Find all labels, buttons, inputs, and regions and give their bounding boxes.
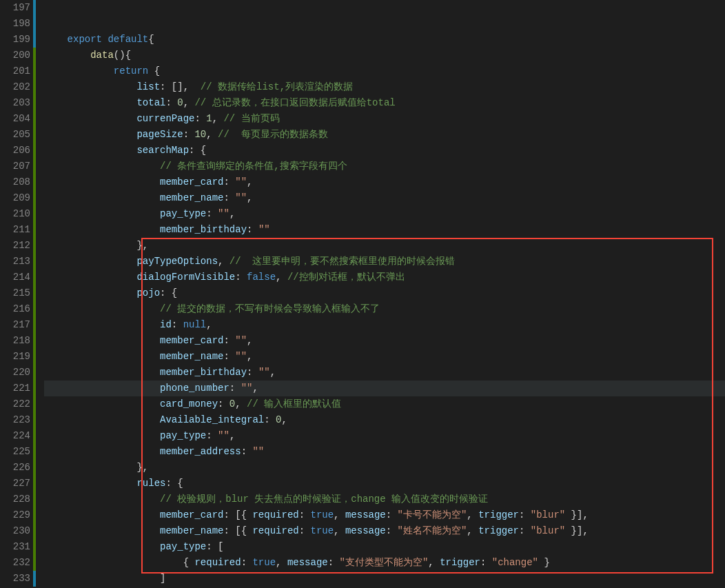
line-number-gutter: 1971981992002012022032042052062072082092… (0, 0, 33, 588)
code-editor[interactable]: 1971981992002012022032042052062072082092… (0, 0, 725, 588)
code-area[interactable]: export default{ data(){ return { list: [… (36, 0, 725, 588)
token-str: "" (252, 446, 264, 457)
code-line[interactable]: member_card: "", (44, 174, 725, 190)
token-pn (44, 256, 136, 267)
code-line[interactable]: member_address: "" (44, 444, 725, 460)
token-pn: , (229, 430, 235, 441)
token-str: "change" (492, 557, 538, 568)
code-line[interactable]: pay_type: "", (44, 206, 725, 222)
code-line[interactable]: // 提交的数据，不写有时候会导致输入框输入不了 (44, 301, 725, 317)
token-cm: // 条件查询绑定的条件值,搜索字段有四个 (160, 161, 347, 172)
code-line[interactable]: return { (44, 63, 725, 79)
token-str: "" (235, 192, 247, 203)
code-line[interactable]: member_name: "", (44, 190, 725, 206)
code-line[interactable]: member_name: [{ required: true, message:… (44, 523, 725, 539)
token-pn: : [], (160, 81, 201, 92)
token-pn: , (281, 414, 287, 425)
code-line[interactable]: rules: { (44, 476, 725, 491)
token-pn: , (183, 97, 195, 108)
code-line[interactable]: pay_type: [ (44, 539, 725, 555)
code-line[interactable]: pay_type: "", (44, 428, 725, 444)
line-number: 229 (0, 507, 30, 523)
token-pn: , (428, 557, 440, 568)
token-cm: // 数据传给list,列表渲染的数据 (201, 81, 353, 92)
code-line[interactable]: phone_number: "", (44, 381, 725, 396)
token-pn (44, 176, 160, 187)
code-line[interactable]: currenPage: 1, // 当前页码 (44, 111, 725, 127)
code-line[interactable]: searchMap: { (44, 143, 725, 159)
token-num: 0 (177, 97, 183, 108)
token-cm: // 校验规则，blur 失去焦点的时候验证，change 输入值改变的时候验证 (160, 494, 488, 505)
token-num: 10 (194, 129, 206, 140)
code-line[interactable]: id: null, (44, 317, 725, 333)
token-prop: message (287, 557, 328, 568)
token-str: "blur" (531, 525, 565, 536)
token-prop: Available_integral (160, 414, 264, 425)
line-number: 200 (0, 48, 30, 63)
line-number: 233 (0, 571, 30, 587)
token-pn: : { (160, 287, 177, 298)
token-pn (44, 113, 136, 124)
code-line[interactable]: member_name: "", (44, 349, 725, 365)
line-number: 204 (0, 111, 30, 127)
code-line[interactable]: total: 0, // 总记录数，在接口返回数据后赋值给total (44, 95, 725, 111)
code-line[interactable]: }, (44, 460, 725, 476)
line-number: 228 (0, 491, 30, 507)
token-pn (44, 145, 136, 156)
code-line[interactable]: export default{ (44, 32, 725, 48)
line-number: 198 (0, 16, 30, 32)
token-pn: , (467, 509, 478, 520)
token-pn (44, 161, 160, 172)
token-pn (44, 287, 136, 298)
token-cm: // 每页显示的数据条数 (218, 129, 328, 140)
token-pn: , (247, 335, 252, 346)
token-pn: : (241, 557, 253, 568)
token-pn: , (252, 383, 258, 394)
code-line[interactable]: ] (44, 571, 725, 587)
token-pn (44, 509, 160, 520)
code-line[interactable]: }, (44, 238, 725, 254)
token-pn (44, 446, 160, 457)
token-prop: member_name (160, 351, 223, 362)
token-num: 1 (206, 113, 212, 124)
token-pn: : (223, 351, 235, 362)
token-prop: message (345, 509, 386, 520)
token-prop: required (252, 509, 298, 520)
token-pn (44, 272, 136, 283)
code-line[interactable]: member_card: "", (44, 333, 725, 349)
token-num: 0 (229, 398, 235, 409)
code-line[interactable]: card_money: 0, // 输入框里的默认值 (44, 396, 725, 412)
token-pn: (){ (114, 50, 131, 61)
line-number: 213 (0, 254, 30, 270)
code-line[interactable]: dialogFormVisible: false, //控制对话框，默认不弹出 (44, 270, 725, 285)
code-line[interactable]: // 条件查询绑定的条件值,搜索字段有四个 (44, 159, 725, 174)
code-line[interactable]: member_birthday: "", (44, 365, 725, 381)
code-line[interactable]: // 校验规则，blur 失去焦点的时候验证，change 输入值改变的时候验证 (44, 491, 725, 507)
token-pn: : (519, 525, 531, 536)
token-pn (44, 541, 160, 552)
code-line[interactable]: payTypeOptions, // 这里要申明，要不然搜索框里使用的时候会报错 (44, 254, 725, 270)
code-line[interactable]: Available_integral: 0, (44, 412, 725, 428)
token-pn (44, 224, 160, 235)
code-line[interactable]: member_birthday: "" (44, 222, 725, 238)
token-pn: : (247, 367, 258, 378)
code-line[interactable]: { required: true, message: "支付类型不能为空", t… (44, 555, 725, 571)
token-prop: phone_number (160, 383, 229, 394)
token-pn: , (334, 509, 345, 520)
token-pn: : (223, 176, 235, 187)
token-prop: message (345, 525, 386, 536)
token-prop: member_birthday (160, 224, 247, 235)
line-number: 199 (0, 32, 30, 48)
token-pn (44, 97, 136, 108)
token-str: "blur" (531, 509, 565, 520)
code-line[interactable]: pageSize: 10, // 每页显示的数据条数 (44, 127, 725, 143)
token-prop: dialogFormVisible (136, 272, 235, 283)
token-kw: true (252, 557, 276, 568)
token-pn: , (229, 208, 235, 219)
code-line[interactable]: list: [], // 数据传给list,列表渲染的数据 (44, 79, 725, 95)
token-prop: member_card (160, 335, 223, 346)
token-pn (44, 478, 136, 489)
code-line[interactable]: pojo: { (44, 285, 725, 301)
code-line[interactable]: data(){ (44, 48, 725, 63)
code-line[interactable]: member_card: [{ required: true, message:… (44, 507, 725, 523)
